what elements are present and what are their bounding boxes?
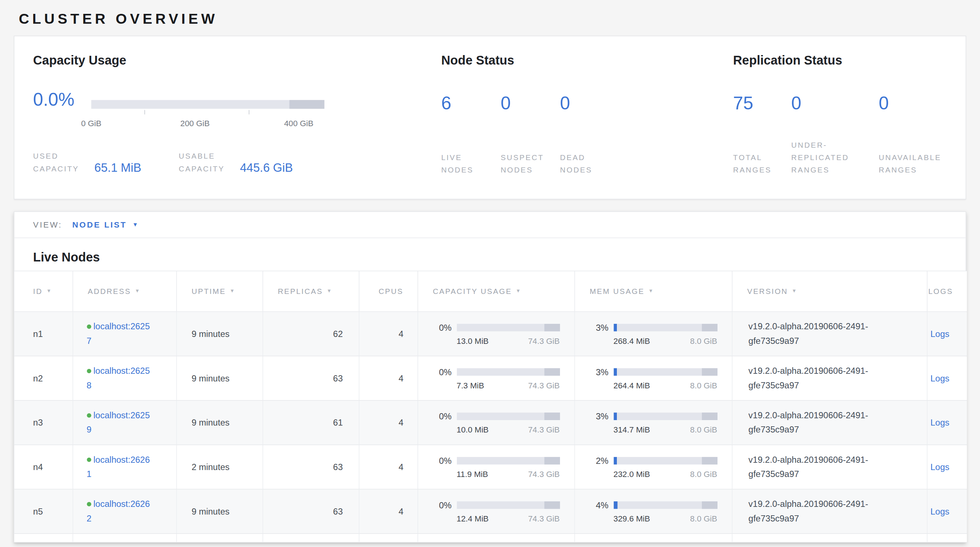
total-ranges-stat: 75 TOTAL RANGES bbox=[733, 91, 791, 176]
live-nodes-table: ID▼ ADDRESS▼ UPTIME▼ REPLICAS▼ CPUS CAPA… bbox=[14, 270, 967, 542]
mem-usage-fill bbox=[614, 412, 617, 420]
axis-tick bbox=[145, 110, 145, 114]
table-row-partial bbox=[14, 534, 967, 542]
capacity-usage-cell: 0% 10.0 MiB74.3 GiB bbox=[418, 411, 574, 434]
view-label: VIEW: bbox=[33, 220, 62, 229]
capacity-usage-bar bbox=[457, 323, 560, 331]
logs-link[interactable]: Logs bbox=[931, 418, 950, 428]
sort-desc-icon: ▼ bbox=[516, 288, 522, 294]
node-list-dropdown[interactable]: NODE LIST ▼ bbox=[72, 220, 138, 229]
capacity-usage-cell: 0% 11.9 MiB74.3 GiB bbox=[418, 455, 574, 479]
mem-reserved-segment bbox=[702, 501, 717, 509]
mem-reserved-segment bbox=[702, 323, 717, 331]
node-uptime: 9 minutes bbox=[191, 418, 229, 428]
under-replicated-ranges-stat: 0 UNDER-REPLICATED RANGES bbox=[791, 91, 879, 176]
capacity-reserved-segment bbox=[544, 368, 560, 375]
stat-label: SUSPECT NODES bbox=[501, 151, 550, 177]
capacity-usage-cell: 0% 7.3 MiB74.3 GiB bbox=[418, 366, 574, 390]
node-live-icon bbox=[86, 502, 91, 507]
node-address: localhost:26257 bbox=[86, 320, 150, 348]
node-status-section: Node Status 6 LIVE NODES 0 SUSPECT NODES… bbox=[441, 52, 733, 199]
mem-usage-cell: 4% 329.6 MiB8.0 GiB bbox=[574, 500, 731, 523]
node-live-icon bbox=[86, 413, 91, 418]
dropdown-caret-icon: ▼ bbox=[132, 222, 138, 227]
axis-tick bbox=[249, 110, 250, 114]
capacity-used-value: 12.4 MiB bbox=[457, 514, 488, 523]
node-status-title: Node Status bbox=[441, 52, 733, 67]
used-capacity-stat: USED CAPACITY 65.1 MiB bbox=[33, 150, 142, 175]
table-row: n5 localhost:26262 9 minutes 63 4 0% 12.… bbox=[14, 489, 967, 534]
mem-used-value: 232.0 MiB bbox=[614, 469, 650, 479]
stat-value: 0 bbox=[560, 91, 598, 115]
used-capacity-value: 65.1 MiB bbox=[94, 161, 142, 175]
mem-usage-bar bbox=[614, 456, 718, 464]
capacity-used-value: 11.9 MiB bbox=[457, 469, 488, 479]
capacity-axis-ticks bbox=[91, 110, 324, 115]
node-address-link[interactable]: localhost:26257 bbox=[86, 321, 150, 346]
capacity-percent: 0% bbox=[433, 500, 451, 510]
logs-link[interactable]: Logs bbox=[931, 462, 950, 472]
mem-usage-fill bbox=[614, 323, 617, 331]
suspect-nodes-stat: 0 SUSPECT NODES bbox=[501, 91, 560, 176]
column-header-capacity-usage[interactable]: CAPACITY USAGE▼ bbox=[417, 271, 574, 312]
column-header-replicas[interactable]: REPLICAS▼ bbox=[262, 271, 359, 312]
capacity-total-value: 74.3 GiB bbox=[528, 336, 560, 345]
capacity-reserved-segment bbox=[544, 323, 560, 331]
capacity-total-value: 74.3 GiB bbox=[528, 425, 560, 434]
page-title: CLUSTER OVERVIEW bbox=[14, 0, 967, 36]
unavailable-ranges-stat: 0 UNAVAILABLE RANGES bbox=[879, 91, 948, 176]
mem-used-value: 314.7 MiB bbox=[614, 425, 650, 434]
column-header-version[interactable]: VERSION▼ bbox=[732, 271, 927, 312]
node-replicas: 61 bbox=[333, 418, 343, 428]
capacity-usage-title: Capacity Usage bbox=[33, 52, 441, 67]
capacity-total-value: 74.3 GiB bbox=[528, 380, 560, 390]
mem-usage-bar bbox=[614, 501, 718, 509]
capacity-reserved-segment bbox=[544, 501, 560, 509]
stat-value: 0 bbox=[791, 91, 879, 115]
table-row: n4 localhost:26261 2 minutes 63 4 0% 11.… bbox=[14, 445, 967, 490]
node-address-link[interactable]: localhost:26259 bbox=[86, 410, 150, 435]
node-address: localhost:26261 bbox=[86, 453, 150, 481]
stat-value: 0 bbox=[501, 91, 560, 115]
capacity-usage-bar bbox=[457, 412, 560, 420]
logs-link[interactable]: Logs bbox=[931, 507, 950, 516]
capacity-usage-cell: 0% 13.0 MiB74.3 GiB bbox=[418, 322, 574, 345]
node-version: v19.2.0-alpha.20190606-2491-gfe735c9a97 bbox=[732, 497, 898, 526]
node-version: v19.2.0-alpha.20190606-2491-gfe735c9a97 bbox=[732, 408, 898, 437]
capacity-usage-section: Capacity Usage 0.0% 0 GiB 200 GiB 400 Gi… bbox=[33, 52, 441, 199]
node-address-link[interactable]: localhost:26261 bbox=[86, 454, 150, 479]
sort-desc-icon: ▼ bbox=[792, 288, 798, 294]
node-cpus: 4 bbox=[398, 507, 403, 516]
node-address: localhost:26259 bbox=[86, 408, 150, 437]
node-version: v19.2.0-alpha.20190606-2491-gfe735c9a97 bbox=[732, 320, 898, 348]
mem-total-value: 8.0 GiB bbox=[690, 380, 717, 390]
stat-label: TOTAL RANGES bbox=[733, 151, 783, 177]
node-replicas: 63 bbox=[333, 507, 343, 516]
column-header-id[interactable]: ID▼ bbox=[14, 271, 72, 312]
column-header-uptime[interactable]: UPTIME▼ bbox=[176, 271, 262, 312]
dead-nodes-stat: 0 DEAD NODES bbox=[560, 91, 598, 176]
capacity-usage-bar bbox=[457, 368, 560, 375]
mem-usage-bar bbox=[614, 412, 718, 420]
node-uptime: 2 minutes bbox=[191, 462, 229, 472]
node-cpus: 4 bbox=[398, 373, 403, 383]
logs-link[interactable]: Logs bbox=[931, 373, 950, 383]
sort-desc-icon: ▼ bbox=[230, 288, 235, 294]
node-uptime: 9 minutes bbox=[191, 507, 229, 516]
column-header-mem-usage[interactable]: MEM USAGE▼ bbox=[574, 271, 732, 312]
mem-used-value: 268.4 MiB bbox=[614, 336, 650, 345]
mem-usage-bar bbox=[614, 323, 718, 331]
node-address: localhost:26258 bbox=[86, 364, 150, 393]
node-address-link[interactable]: localhost:26262 bbox=[86, 499, 150, 523]
node-uptime: 9 minutes bbox=[191, 373, 229, 383]
mem-usage-cell: 2% 232.0 MiB8.0 GiB bbox=[574, 455, 731, 479]
node-version: v19.2.0-alpha.20190606-2491-gfe735c9a97 bbox=[732, 364, 898, 393]
node-address-link[interactable]: localhost:26258 bbox=[86, 366, 150, 390]
capacity-reserved-segment bbox=[544, 456, 560, 464]
sort-desc-icon: ▼ bbox=[648, 288, 654, 294]
mem-used-value: 329.6 MiB bbox=[614, 514, 650, 523]
column-header-address[interactable]: ADDRESS▼ bbox=[73, 271, 177, 312]
logs-link[interactable]: Logs bbox=[931, 329, 950, 339]
node-id: n5 bbox=[33, 507, 43, 516]
axis-tick-label: 400 GiB bbox=[284, 119, 313, 128]
